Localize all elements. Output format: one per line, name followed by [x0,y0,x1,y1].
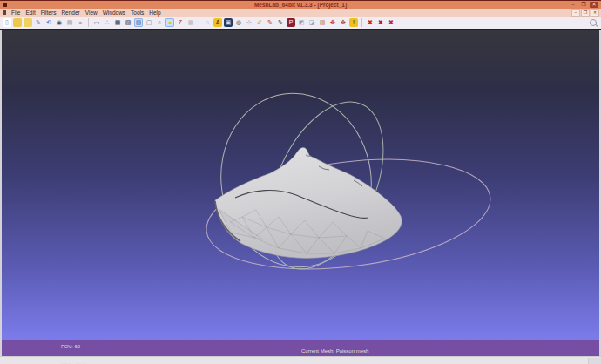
render-texture-icon[interactable]: a [155,18,164,27]
restore-button[interactable]: ❐ [579,2,588,8]
show-raster-icon[interactable]: ○ [203,18,212,27]
titlebar: MeshLab_64bit v1.3.3 - [Project_1] – ❐ ✕ [0,0,601,9]
select-faces-icon[interactable]: ◪ [307,18,316,27]
apply-filter-icon[interactable]: A [213,18,222,27]
z-painting-icon[interactable]: ✐ [255,18,264,27]
render-wireframe-icon[interactable]: ▦ [113,18,122,27]
fancy-render-icon[interactable]: ▩ [186,18,195,27]
render-flatlines-icon[interactable]: ▧ [134,18,143,27]
search-button[interactable] [590,19,601,26]
child-close-button[interactable]: ✕ [591,9,599,17]
info-icon[interactable]: ! [349,18,358,27]
manipulator-icon[interactable]: ✥ [339,18,348,27]
pick-points-icon[interactable]: ⊹ [245,18,253,27]
render-flat-icon[interactable]: ▨ [124,18,132,27]
fov-readout: FOV: 60 [61,344,85,350]
menu-render[interactable]: Render [58,9,82,17]
align-tool-icon[interactable]: ✥ [328,18,337,27]
delete-mesh-icon[interactable]: ✖ [366,18,375,27]
render-bbox-icon[interactable]: ▭ [92,18,101,27]
measure-tool-icon[interactable]: ✎ [276,18,285,27]
3d-viewport[interactable]: FOV: 60 FPS: 13.7 Current Mesh: Poisson … [0,30,601,356]
menubar: FileEditFiltersRenderViewWindowsToolsHel… [0,9,601,17]
child-restore-button[interactable]: ❐ [581,9,590,17]
search-icon [590,19,597,26]
menu-edit[interactable]: Edit [23,9,37,17]
snapshot-icon[interactable]: ◉ [55,18,64,27]
menu-view[interactable]: View [83,9,100,17]
reload-icon[interactable]: ⟲ [44,18,53,27]
menu-tools[interactable]: Tools [128,9,146,17]
backface-cull-icon[interactable]: Z [176,18,185,27]
info-strip [2,340,599,356]
menu-windows[interactable]: Windows [100,9,128,17]
delete-all-icon[interactable]: ✖ [387,18,395,27]
window-title: MeshLab_64bit v1.3.3 - [Project_1] [0,2,601,9]
document-icon [3,10,6,15]
gl-area [2,30,599,356]
layers-dialog-icon[interactable]: ▤ [65,18,74,27]
raster-icon[interactable]: ● [76,18,84,27]
hud-left: FOV: 60 FPS: 13.7 [61,332,85,364]
paint-icon[interactable]: P [287,18,295,27]
render-points-icon[interactable]: ∴ [103,18,111,27]
statusbar [0,356,601,364]
toolbar-separator [361,18,362,27]
minimize-button[interactable]: – [569,2,577,8]
toolbar: ▯✎⟲◉▤●▭∴▦▨▧▢a●Z▩○A▣◍⊹✐✎✎P◩◪▨✥✥!✖✖✖ [0,17,601,29]
import-mesh-icon[interactable] [24,18,32,27]
menu-file[interactable]: File [9,9,23,17]
menu-help[interactable]: Help [146,9,163,17]
show-layers-icon[interactable]: ▣ [224,18,233,27]
current-mesh-readout: Current Mesh: Poisson mesh [301,348,368,354]
toolbar-separator [88,18,89,27]
menu-filters[interactable]: Filters [38,9,59,17]
resize-grip[interactable] [588,358,601,364]
trackball-globe-icon[interactable]: ◍ [234,18,243,27]
child-minimize-button[interactable]: ‒ [571,9,580,17]
meshlab-window: MeshLab_64bit v1.3.3 - [Project_1] – ❐ ✕… [0,0,601,364]
open-project-icon[interactable] [13,18,22,27]
light-toggle-icon[interactable]: ● [165,18,174,27]
close-button[interactable]: ✕ [590,2,598,8]
delete-raster-icon[interactable]: ✖ [376,18,385,27]
new-project-icon[interactable]: ▯ [3,18,11,27]
hud-right: Current Mesh: Poisson mesh Vertices: 190… [301,336,368,364]
toolbar-separator [199,18,199,27]
select-connected-icon[interactable]: ▨ [318,18,327,27]
render-smooth-icon[interactable]: ▢ [145,18,153,27]
export-mesh-icon[interactable]: ✎ [34,18,43,27]
edit-point-icon[interactable]: ✎ [266,18,274,27]
select-vertices-icon[interactable]: ◩ [297,18,306,27]
